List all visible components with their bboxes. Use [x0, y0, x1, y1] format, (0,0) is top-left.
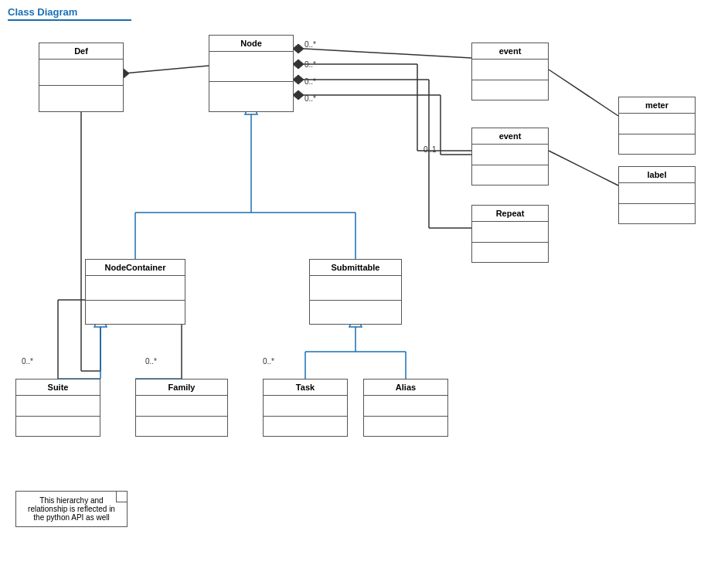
class-meter-methods — [619, 134, 695, 155]
class-alias: Alias — [363, 379, 448, 437]
mult-0: 0..* — [304, 40, 316, 49]
note-box: This hierarchy and relationship is refle… — [15, 491, 128, 527]
mult-6: 0..* — [145, 357, 157, 366]
class-nodecontainer-attrs — [86, 276, 185, 301]
class-def-attrs — [39, 60, 123, 86]
class-node-methods — [209, 82, 293, 111]
class-event1-name: event — [472, 43, 548, 60]
class-family: Family — [135, 379, 228, 437]
class-task: Task — [263, 379, 348, 437]
class-event2-methods — [472, 165, 548, 185]
class-def-methods — [39, 86, 123, 111]
class-repeat-attrs — [472, 222, 548, 243]
class-alias-methods — [364, 417, 447, 437]
class-submittable: Submittable — [309, 259, 402, 325]
class-submittable-name: Submittable — [310, 260, 401, 276]
svg-line-20 — [549, 151, 618, 185]
svg-line-6 — [304, 49, 471, 58]
class-def-name: Def — [39, 43, 123, 60]
class-nodecontainer-methods — [86, 301, 185, 325]
class-repeat-name: Repeat — [472, 206, 548, 222]
class-task-name: Task — [264, 380, 347, 396]
class-event1-methods — [472, 80, 548, 100]
class-meter: meter — [618, 97, 696, 155]
class-repeat-methods — [472, 243, 548, 263]
class-event2-name: event — [472, 128, 548, 145]
mult-5: 0..* — [22, 357, 33, 366]
class-node: Node — [209, 35, 294, 112]
class-node-attrs — [209, 52, 293, 82]
svg-marker-7 — [293, 60, 304, 69]
class-suite-attrs — [16, 396, 100, 417]
svg-marker-11 — [293, 75, 304, 84]
class-task-methods — [264, 417, 347, 437]
class-event2-attrs — [472, 145, 548, 165]
diagram-title: Class Diagram — [8, 6, 131, 21]
class-alias-attrs — [364, 396, 447, 417]
class-submittable-methods — [310, 301, 401, 325]
class-label-name: label — [619, 167, 695, 183]
class-meter-attrs — [619, 114, 695, 134]
class-suite: Suite — [15, 379, 100, 437]
svg-line-19 — [549, 70, 618, 116]
class-node-name: Node — [209, 36, 293, 52]
mult-7: 0..* — [263, 357, 274, 366]
mult-4: 0..1 — [424, 145, 437, 154]
note-corner — [116, 492, 127, 502]
mult-3: 0..* — [304, 94, 316, 103]
note-text: This hierarchy and relationship is refle… — [28, 496, 115, 522]
class-def: Def — [39, 43, 124, 112]
class-task-attrs — [264, 396, 347, 417]
class-suite-methods — [16, 417, 100, 437]
mult-1: 0..* — [304, 60, 316, 69]
class-family-name: Family — [136, 380, 227, 396]
class-suite-name: Suite — [16, 380, 100, 396]
class-alias-name: Alias — [364, 380, 447, 396]
class-nodecontainer: NodeContainer — [85, 259, 185, 325]
class-event1-attrs — [472, 60, 548, 80]
class-nodecontainer-name: NodeContainer — [86, 260, 185, 276]
class-meter-name: meter — [619, 97, 695, 114]
class-label: label — [618, 166, 696, 224]
class-family-methods — [136, 417, 227, 437]
class-submittable-attrs — [310, 276, 401, 301]
class-event2: event — [471, 128, 549, 185]
class-label-methods — [619, 204, 695, 224]
mult-2: 0..* — [304, 77, 316, 86]
svg-line-0 — [124, 66, 209, 73]
class-family-attrs — [136, 396, 227, 417]
svg-marker-15 — [293, 90, 304, 100]
class-event1: event — [471, 43, 549, 100]
class-label-attrs — [619, 183, 695, 204]
class-repeat: Repeat — [471, 205, 549, 263]
svg-marker-5 — [293, 44, 304, 53]
diagram-container: Class Diagram — [0, 0, 728, 565]
